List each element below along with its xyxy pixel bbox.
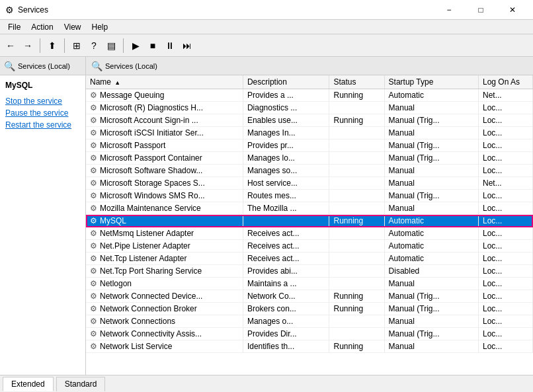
service-logon: Loc... xyxy=(479,114,533,127)
table-row[interactable]: ⚙Mozilla Maintenance ServiceThe Mozilla … xyxy=(86,202,533,215)
table-row[interactable]: ⚙Net.Pipe Listener AdapterReceives act..… xyxy=(86,240,533,253)
service-startup: Manual xyxy=(384,102,478,114)
service-gear-icon: ⚙ xyxy=(90,191,97,200)
service-logon: Loc... xyxy=(479,127,533,139)
right-panel-header: 🔍 Services (Local) xyxy=(86,57,533,75)
service-description xyxy=(243,215,329,227)
service-name-cell: ⚙Network Connections xyxy=(86,315,243,328)
menu-action[interactable]: Action xyxy=(26,21,58,33)
scope-icon: 🔍 xyxy=(4,61,15,71)
service-gear-icon: ⚙ xyxy=(90,116,97,125)
service-logon: Loc... xyxy=(479,139,533,152)
service-name-cell: ⚙Network Connectivity Assis... xyxy=(86,328,243,340)
service-name-cell: ⚙Microsoft Passport xyxy=(86,139,243,152)
toolbar-export[interactable]: ▤ xyxy=(103,38,119,54)
service-status xyxy=(329,177,384,190)
table-row[interactable]: ⚙NetlogonMaintains a ...ManualLoc... xyxy=(86,278,533,290)
toolbar-start[interactable]: ▶ xyxy=(128,38,144,54)
restart-service-link[interactable]: Restart the service xyxy=(5,120,80,130)
service-name-text: Net.Pipe Listener Adapter xyxy=(100,241,190,251)
toolbar-forward[interactable]: → xyxy=(20,38,36,54)
table-row[interactable]: ⚙Microsoft Passport ContainerManages lo.… xyxy=(86,152,533,165)
col-header-status[interactable]: Status xyxy=(329,75,384,89)
service-description: Identifies th... xyxy=(243,340,329,353)
menu-file[interactable]: File xyxy=(3,21,26,33)
table-row[interactable]: ⚙Net.Tcp Listener AdapterReceives act...… xyxy=(86,253,533,265)
service-status xyxy=(329,202,384,215)
col-header-name[interactable]: Name ▲ xyxy=(86,75,243,89)
service-name-text: Microsoft Passport xyxy=(100,141,165,150)
service-logon: Loc... xyxy=(479,152,533,165)
service-logon: Loc... xyxy=(479,303,533,315)
toolbar: ← → ⬆ ⊞ ? ▤ ▶ ■ ⏸ ⏭ xyxy=(0,34,533,57)
close-button[interactable]: ✕ xyxy=(497,0,528,20)
table-row[interactable]: ⚙MySQLRunningAutomaticLoc... xyxy=(86,215,533,227)
toolbar-help[interactable]: ? xyxy=(86,38,102,54)
service-status: Running xyxy=(329,340,384,353)
table-row[interactable]: ⚙Microsoft PassportProvides pr...Manual … xyxy=(86,139,533,152)
stop-service-link[interactable]: Stop the service xyxy=(5,97,80,106)
toolbar-up[interactable]: ⬆ xyxy=(44,38,60,54)
service-logon: Loc... xyxy=(479,265,533,278)
minimize-button[interactable]: − xyxy=(434,0,464,20)
service-description: Routes mes... xyxy=(243,190,329,202)
service-logon: Loc... xyxy=(479,315,533,328)
service-logon: Loc... xyxy=(479,340,533,353)
toolbar-show-scope[interactable]: ⊞ xyxy=(69,38,85,54)
left-panel-content: MySQL Stop the service Pause the service… xyxy=(0,75,85,137)
tab-standard[interactable]: Standard xyxy=(56,377,106,391)
table-row[interactable]: ⚙Microsoft Software Shadow...Manages so.… xyxy=(86,165,533,177)
table-row[interactable]: ⚙Message QueuingProvides a ...RunningAut… xyxy=(86,89,533,102)
service-logon: Loc... xyxy=(479,253,533,265)
pause-service-link[interactable]: Pause the service xyxy=(5,108,80,118)
service-gear-icon: ⚙ xyxy=(90,279,97,288)
table-row[interactable]: ⚙Network Connectivity Assis...Provides D… xyxy=(86,328,533,340)
toolbar-pause[interactable]: ⏸ xyxy=(162,38,178,54)
service-name-cell: ⚙Network List Service xyxy=(86,340,243,353)
table-row[interactable]: ⚙Network List ServiceIdentifies th...Run… xyxy=(86,340,533,353)
service-description: Network Co... xyxy=(243,290,329,303)
table-row[interactable]: ⚙NetMsmq Listener AdapterReceives act...… xyxy=(86,227,533,240)
service-name-cell: ⚙Microsoft Account Sign-in ... xyxy=(86,114,243,127)
service-startup: Manual xyxy=(384,177,478,190)
service-status xyxy=(329,139,384,152)
table-row[interactable]: ⚙Network ConnectionsManages o...ManualLo… xyxy=(86,315,533,328)
table-row[interactable]: ⚙Network Connected Device...Network Co..… xyxy=(86,290,533,303)
service-status xyxy=(329,253,384,265)
service-name-cell: ⚙Microsoft (R) Diagnostics H... xyxy=(86,102,243,114)
menu-help[interactable]: Help xyxy=(87,21,114,33)
toolbar-stop[interactable]: ■ xyxy=(145,38,161,54)
service-name-text: Microsoft Software Shadow... xyxy=(100,166,202,175)
toolbar-separator-2 xyxy=(64,38,65,53)
tab-extended[interactable]: Extended xyxy=(3,377,54,391)
table-row[interactable]: ⚙Network Connection BrokerBrokers con...… xyxy=(86,303,533,315)
service-description: Provides pr... xyxy=(243,139,329,152)
table-row[interactable]: ⚙Microsoft Windows SMS Ro...Routes mes..… xyxy=(86,190,533,202)
right-panel: 🔍 Services (Local) Name ▲ Description xyxy=(86,57,533,375)
table-row[interactable]: ⚙Microsoft iSCSI Initiator Ser...Manages… xyxy=(86,127,533,139)
col-header-description[interactable]: Description xyxy=(243,75,329,89)
service-gear-icon: ⚙ xyxy=(90,266,97,276)
table-row[interactable]: ⚙Microsoft Storage Spaces S...Host servi… xyxy=(86,177,533,190)
table-row[interactable]: ⚙Microsoft Account Sign-in ...Enables us… xyxy=(86,114,533,127)
service-description: Provides Dir... xyxy=(243,328,329,340)
service-status xyxy=(329,315,384,328)
toolbar-back[interactable]: ← xyxy=(3,38,19,54)
service-description: Host service... xyxy=(243,177,329,190)
right-scope-icon: 🔍 xyxy=(91,61,102,71)
service-name-text: Mozilla Maintenance Service xyxy=(100,204,201,213)
service-name-cell: ⚙Network Connected Device... xyxy=(86,290,243,303)
col-header-logon[interactable]: Log On As xyxy=(479,75,533,89)
menu-view[interactable]: View xyxy=(59,21,87,33)
maximize-button[interactable]: □ xyxy=(466,0,496,20)
service-name-cell: ⚙Net.Tcp Listener Adapter xyxy=(86,253,243,265)
service-description: Enables use... xyxy=(243,114,329,127)
service-logon: Loc... xyxy=(479,278,533,290)
services-table[interactable]: Name ▲ Description Status Startup Type xyxy=(86,75,533,375)
table-row[interactable]: ⚙Net.Tcp Port Sharing ServiceProvides ab… xyxy=(86,265,533,278)
toolbar-restart[interactable]: ⏭ xyxy=(179,38,195,54)
col-header-startup[interactable]: Startup Type xyxy=(384,75,478,89)
table-row[interactable]: ⚙Microsoft (R) Diagnostics H...Diagnosti… xyxy=(86,102,533,114)
service-gear-icon: ⚙ xyxy=(90,178,97,188)
service-logon: Loc... xyxy=(479,290,533,303)
